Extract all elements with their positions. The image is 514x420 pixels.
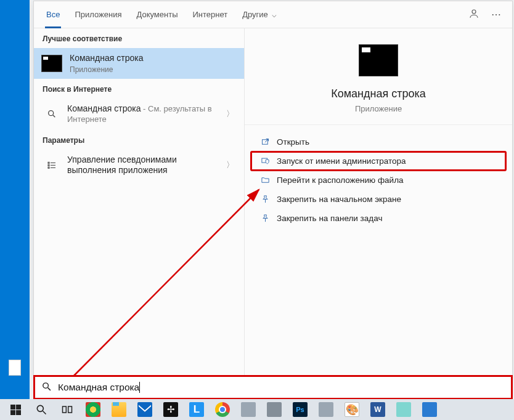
taskbar-app-mail[interactable] bbox=[132, 399, 158, 420]
search-icon bbox=[41, 381, 52, 394]
result-title: Командная строка bbox=[70, 53, 237, 64]
result-settings-title: Управление псевдонимами выполнения прило… bbox=[67, 155, 224, 176]
actions-list: Открыть Запуск от имени администратора П… bbox=[245, 125, 512, 235]
section-best-match: Лучшее соответствие bbox=[34, 28, 244, 48]
svg-line-18 bbox=[43, 411, 46, 414]
section-web: Поиск в Интернете bbox=[34, 79, 244, 99]
action-label: Перейти к расположению файла bbox=[277, 176, 404, 185]
chevron-down-icon: ⌵ bbox=[272, 10, 277, 19]
folder-location-icon bbox=[261, 176, 277, 185]
result-settings[interactable]: Управление псевдонимами выполнения прило… bbox=[34, 150, 244, 181]
filter-apps[interactable]: Приложения bbox=[67, 1, 129, 28]
taskbar-app-photoshop[interactable]: Ps bbox=[287, 399, 313, 420]
action-label: Открыть bbox=[277, 137, 309, 147]
cmd-thumb-icon bbox=[41, 55, 62, 72]
pinned-doc-icon bbox=[9, 360, 21, 376]
svg-rect-4 bbox=[48, 164, 49, 166]
settings-alias-icon bbox=[41, 160, 62, 170]
svg-point-0 bbox=[472, 10, 476, 14]
svg-rect-19 bbox=[63, 406, 67, 413]
taskbar-app-word[interactable]: W bbox=[365, 399, 391, 420]
taskbar-app-device3[interactable] bbox=[313, 399, 339, 420]
svg-rect-20 bbox=[68, 406, 72, 413]
admin-shield-icon bbox=[261, 156, 277, 166]
taskbar-app-paint[interactable]: 🎨 bbox=[339, 399, 365, 420]
pin-taskbar-icon bbox=[261, 214, 277, 223]
svg-line-16 bbox=[48, 387, 51, 390]
svg-point-17 bbox=[37, 405, 43, 411]
search-value: Командная строка bbox=[58, 382, 139, 393]
result-web[interactable]: Командная строка - См. результаты в Инте… bbox=[34, 99, 244, 130]
action-run-admin[interactable]: Запуск от имени администратора bbox=[251, 151, 506, 171]
action-pin-start[interactable]: Закрепить на начальном экране bbox=[251, 190, 506, 209]
preview-subtitle: Приложение bbox=[355, 104, 402, 113]
section-settings: Параметры bbox=[34, 130, 244, 150]
pin-start-icon bbox=[261, 195, 277, 204]
taskbar-search-button[interactable] bbox=[28, 399, 54, 420]
preview-pane: Командная строка Приложение Открыть Запу… bbox=[245, 28, 512, 375]
action-label: Закрепить на панели задач bbox=[277, 214, 382, 223]
filter-bar: Все Приложения Документы Интернет Другие… bbox=[34, 1, 512, 28]
taskbar-app-x[interactable] bbox=[417, 399, 443, 420]
action-label: Запуск от имени администратора bbox=[277, 156, 406, 166]
svg-rect-3 bbox=[48, 162, 49, 163]
taskbar-app-explorer[interactable] bbox=[106, 399, 132, 420]
start-button[interactable] bbox=[2, 399, 28, 420]
svg-rect-5 bbox=[48, 167, 49, 168]
result-best-match[interactable]: Командная строка Приложение bbox=[34, 48, 244, 79]
feedback-icon[interactable] bbox=[463, 8, 485, 22]
action-open[interactable]: Открыть bbox=[251, 132, 506, 151]
filter-other[interactable]: Другие ⌵ bbox=[235, 1, 284, 28]
taskbar-app-note[interactable] bbox=[391, 399, 417, 420]
filter-internet[interactable]: Интернет bbox=[185, 1, 235, 28]
action-pin-taskbar[interactable]: Закрепить на панели задач bbox=[251, 209, 506, 228]
result-subtitle: Приложение bbox=[70, 65, 237, 74]
results-pane: Лучшее соответствие Командная строка При… bbox=[34, 28, 245, 375]
action-open-location[interactable]: Перейти к расположению файла bbox=[251, 171, 506, 190]
svg-point-15 bbox=[43, 382, 49, 388]
taskbar-app-device1[interactable] bbox=[235, 399, 261, 420]
cmd-big-thumb-icon bbox=[359, 44, 398, 76]
search-box[interactable]: Командная строка bbox=[33, 375, 513, 400]
taskbar-app-browser1[interactable] bbox=[80, 399, 106, 420]
taskbar-app-l[interactable]: L bbox=[184, 399, 210, 420]
result-web-title: Командная строка - См. результаты в Инте… bbox=[67, 103, 224, 125]
taskbar: ✢ L Ps 🎨 W bbox=[0, 399, 514, 420]
more-icon[interactable]: ⋯ bbox=[485, 9, 507, 20]
open-icon bbox=[261, 137, 277, 147]
filter-all[interactable]: Все bbox=[39, 1, 67, 28]
preview-title: Командная строка bbox=[331, 87, 426, 100]
chevron-right-icon: 〉 bbox=[224, 108, 237, 119]
action-label: Закрепить на начальном экране bbox=[277, 195, 401, 204]
search-icon bbox=[41, 109, 62, 119]
taskbar-app-launcher[interactable]: ✢ bbox=[158, 399, 184, 420]
taskbar-app-device2[interactable] bbox=[261, 399, 287, 420]
taskbar-app-chrome[interactable] bbox=[210, 399, 235, 420]
filter-documents[interactable]: Документы bbox=[129, 1, 185, 28]
search-panel: Все Приложения Документы Интернет Другие… bbox=[33, 1, 513, 376]
task-view-button[interactable] bbox=[54, 399, 80, 420]
svg-point-1 bbox=[49, 111, 54, 116]
svg-line-2 bbox=[53, 115, 55, 117]
chevron-right-icon: 〉 bbox=[224, 160, 237, 171]
